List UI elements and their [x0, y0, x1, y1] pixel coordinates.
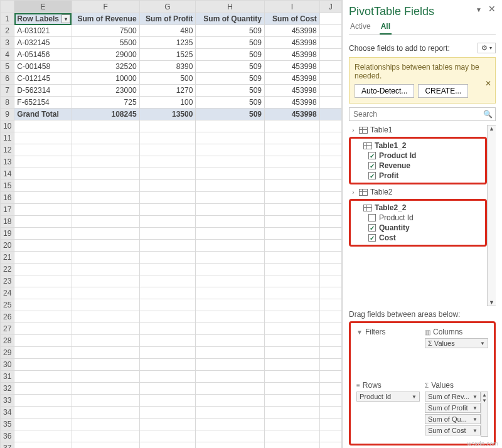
area-pill[interactable]: Product Id▼ [356, 392, 420, 402]
cell[interactable] [196, 442, 265, 449]
cell[interactable] [319, 192, 341, 204]
cell[interactable] [139, 132, 196, 144]
cell[interactable] [265, 180, 320, 192]
cell[interactable] [72, 395, 139, 407]
cell[interactable] [319, 180, 341, 192]
checkbox[interactable]: ✓ [368, 152, 376, 159]
cell[interactable] [196, 132, 265, 144]
cell[interactable]: 453998 [265, 37, 320, 49]
cell[interactable] [14, 430, 72, 442]
cell[interactable] [14, 168, 72, 180]
col-header[interactable]: F [72, 1, 139, 13]
field-product-id[interactable]: Product Id [353, 213, 483, 223]
cell[interactable] [196, 240, 265, 252]
cell[interactable] [196, 323, 265, 335]
chevron-down-icon[interactable]: ▼ [473, 417, 478, 422]
cell[interactable] [14, 144, 72, 156]
cell[interactable]: 480 [139, 25, 196, 37]
cell[interactable] [139, 168, 196, 180]
cell[interactable] [196, 264, 265, 275]
cell[interactable] [265, 383, 320, 395]
cell[interactable] [265, 204, 320, 216]
cell[interactable]: A-031021 [14, 25, 72, 37]
cell[interactable] [14, 156, 72, 168]
cell[interactable] [72, 407, 139, 419]
cell[interactable] [265, 359, 320, 371]
cell[interactable] [196, 216, 265, 228]
cell[interactable] [14, 442, 72, 449]
cell[interactable] [139, 359, 196, 371]
cell[interactable] [72, 132, 139, 144]
cell[interactable]: A-051456 [14, 49, 72, 61]
cell[interactable]: F-652154 [14, 97, 72, 109]
cell[interactable] [72, 323, 139, 335]
cell[interactable] [72, 192, 139, 204]
cell[interactable]: 453998 [265, 97, 320, 109]
cell[interactable] [319, 419, 341, 430]
area-pill[interactable]: Sum of Cost▼ [425, 425, 481, 435]
cell[interactable] [139, 395, 196, 407]
cell[interactable]: 725 [72, 97, 139, 109]
cell[interactable]: Grand Total [14, 109, 72, 120]
cell[interactable]: C-012145 [14, 73, 72, 85]
cell[interactable] [265, 120, 320, 132]
cell[interactable] [139, 216, 196, 228]
cell[interactable] [14, 180, 72, 192]
cell[interactable]: 509 [196, 49, 265, 61]
cell[interactable] [265, 287, 320, 299]
cell[interactable]: 453998 [265, 73, 320, 85]
cell[interactable] [72, 252, 139, 264]
cell[interactable]: 509 [196, 73, 265, 85]
pane-menu-icon[interactable]: ▼ [476, 6, 482, 13]
tab-active[interactable]: Active [349, 21, 372, 35]
cell[interactable] [319, 442, 341, 449]
cell[interactable] [319, 323, 341, 335]
row-labels-filter-icon[interactable]: ▾ [61, 14, 70, 23]
field-profit[interactable]: ✓Profit [353, 171, 483, 181]
cell[interactable] [319, 359, 341, 371]
col-header[interactable]: J [319, 1, 341, 13]
cell[interactable] [196, 168, 265, 180]
chevron-down-icon[interactable]: ▼ [480, 341, 485, 346]
cell[interactable]: 13500 [139, 109, 196, 120]
cell[interactable] [265, 347, 320, 359]
cell[interactable] [196, 335, 265, 347]
cell[interactable] [196, 359, 265, 371]
cell[interactable] [72, 335, 139, 347]
table-Table2_2[interactable]: Table2_2 [353, 203, 483, 213]
cell[interactable]: A-032145 [14, 37, 72, 49]
cell[interactable] [14, 216, 72, 228]
cell[interactable] [14, 275, 72, 287]
cell[interactable] [139, 120, 196, 132]
chevron-down-icon[interactable]: ▼ [473, 428, 478, 434]
cell[interactable]: 108245 [72, 109, 139, 120]
area-rows[interactable]: ≡Rows Product Id▼ [354, 380, 422, 440]
cell[interactable] [265, 430, 320, 442]
cell[interactable] [319, 383, 341, 395]
cell[interactable] [14, 192, 72, 204]
cell[interactable] [14, 335, 72, 347]
cell[interactable]: 1525 [139, 49, 196, 61]
cell[interactable] [319, 335, 341, 347]
cell[interactable] [139, 419, 196, 430]
table-Table1_2[interactable]: Table1_2 [353, 141, 483, 151]
cell[interactable] [196, 120, 265, 132]
cell[interactable] [14, 299, 72, 311]
cell[interactable] [139, 347, 196, 359]
cell[interactable] [14, 347, 72, 359]
cell[interactable]: 509 [196, 37, 265, 49]
cell[interactable] [72, 311, 139, 323]
cell[interactable] [196, 311, 265, 323]
search-box[interactable]: 🔍 [349, 107, 496, 121]
cell[interactable] [196, 204, 265, 216]
checkbox[interactable] [368, 214, 376, 221]
cell[interactable] [265, 216, 320, 228]
pivot-header[interactable]: Sum of Revenue [72, 13, 139, 25]
cell[interactable]: 29000 [72, 49, 139, 61]
expand-icon[interactable]: › [350, 189, 356, 196]
cell[interactable] [139, 299, 196, 311]
cell[interactable] [14, 383, 72, 395]
cell[interactable] [72, 419, 139, 430]
cell[interactable] [265, 240, 320, 252]
cell[interactable] [319, 395, 341, 407]
